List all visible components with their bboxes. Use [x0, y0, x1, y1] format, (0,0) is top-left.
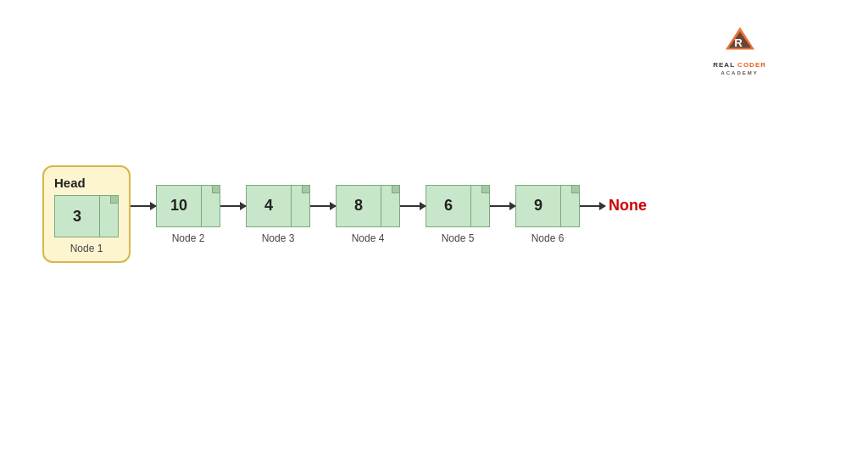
arrow-5: [580, 205, 605, 224]
head-cell-next: [100, 195, 119, 237]
node-3-cells: 4: [246, 185, 310, 227]
node-4-data: 8: [336, 185, 381, 227]
arrow-line-5: [580, 205, 605, 207]
none-label: None: [609, 197, 647, 215]
node-2: 10 Node 2: [156, 185, 220, 244]
node-4-next: [381, 185, 400, 227]
node-4: 8 Node 4: [336, 185, 400, 244]
node-6-cells: 9: [515, 185, 580, 227]
head-cell-data: 3: [54, 195, 100, 237]
linked-list: Head 3 Node 1 10 Node 2: [42, 165, 647, 263]
logo-icon: R: [724, 25, 756, 58]
arrow-line-3: [400, 205, 426, 207]
node-5: 6 Node 5: [426, 185, 490, 244]
arrow-line-1: [220, 205, 246, 207]
node-5-cells: 6: [426, 185, 490, 227]
head-node-name: Node 1: [70, 243, 103, 254]
node-3-data: 4: [246, 185, 292, 227]
arrow-4: [490, 205, 515, 224]
node-2-name: Node 2: [172, 232, 205, 244]
node-6-name: Node 6: [531, 232, 565, 244]
logo: R REAL CODER ACADEMY: [713, 25, 766, 77]
node-2-next: [202, 185, 220, 227]
node-6-data: 9: [515, 185, 561, 227]
node-3-name: Node 3: [262, 232, 295, 244]
arrow-line-2: [310, 205, 336, 207]
node-5-data: 6: [426, 185, 471, 227]
head-label: Head: [54, 176, 86, 190]
arrow-3: [400, 205, 426, 224]
node-5-name: Node 5: [442, 232, 475, 244]
arrow-2: [310, 205, 336, 224]
node-3-next: [292, 185, 310, 227]
node-2-cells: 10: [156, 185, 220, 227]
arrow-line-4: [490, 205, 515, 207]
logo-text: REAL CODER ACADEMY: [713, 60, 766, 77]
head-node-inner: 3: [54, 195, 119, 237]
svg-text:R: R: [734, 36, 743, 49]
node-6: 9 Node 6: [515, 185, 580, 244]
node-6-next: [561, 185, 580, 227]
node-4-name: Node 4: [352, 232, 385, 244]
node-2-data: 10: [156, 185, 202, 227]
canvas: R REAL CODER ACADEMY Head 3 Node 1: [0, 0, 868, 452]
head-node-cells: 3: [54, 195, 119, 237]
head-node: Head 3 Node 1: [42, 165, 131, 263]
arrow-line-0: [131, 205, 156, 207]
node-3: 4 Node 3: [246, 185, 310, 244]
node-4-cells: 8: [336, 185, 400, 227]
arrow-0: [131, 205, 156, 224]
arrow-1: [220, 205, 246, 224]
node-5-next: [471, 185, 490, 227]
